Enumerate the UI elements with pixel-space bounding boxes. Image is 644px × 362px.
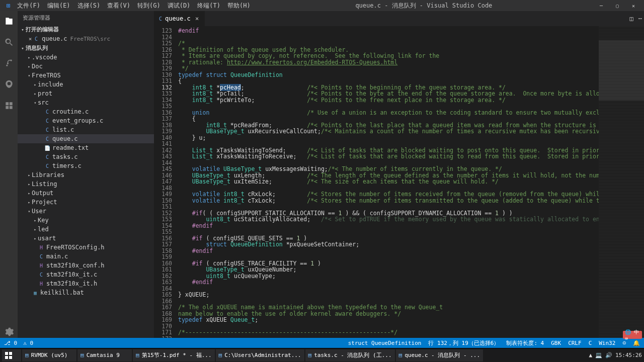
taskbar-item[interactable]: ▤Camtasia 9 <box>77 349 132 361</box>
status-cursor[interactable]: 行 132，列 19（已选择6） <box>428 339 499 347</box>
folder-item[interactable]: ▸Project <box>18 198 154 207</box>
folder-item[interactable]: ▸usart <box>18 234 154 243</box>
explorer-icon[interactable] <box>3 15 15 27</box>
menu-item[interactable]: 转到(G) <box>134 2 164 9</box>
line-numbers-gutter: 1231241251261271281291301311321331341351… <box>154 26 178 338</box>
file-item[interactable]: HFreeRTOSConfig.h <box>18 243 154 252</box>
activity-bar <box>0 11 18 338</box>
split-editor-icon[interactable]: ◫ <box>630 15 633 22</box>
file-icon: C <box>38 272 45 278</box>
code-editor[interactable]: #endif/* * Definition of the queue used … <box>178 26 599 338</box>
menu-item[interactable]: 选择(S) <box>74 2 104 9</box>
settings-gear-icon[interactable] <box>3 326 15 338</box>
file-icon: H <box>38 263 45 268</box>
more-actions-icon[interactable]: ⋯ <box>638 15 642 22</box>
status-bar: ⎇ 0 ⚠ 0 struct QueueDefinition 行 132，列 1… <box>0 338 644 348</box>
file-icon: C <box>38 254 45 259</box>
app-icon[interactable]: ⊞ <box>3 2 14 9</box>
file-icon: C <box>44 154 51 160</box>
taskbar-item[interactable]: ▤queue.c - 消息队列 - ... <box>396 349 484 361</box>
file-item[interactable]: Clist.c <box>18 125 154 134</box>
open-editor-item[interactable]: × C queue.c FreeTROS\src <box>18 34 154 43</box>
file-icon: C <box>44 136 51 142</box>
folder-item[interactable]: ▾src <box>18 98 154 107</box>
tab-queue-c[interactable]: C queue.c × <box>154 11 205 26</box>
close-button[interactable]: ✕ <box>626 1 641 10</box>
folder-item[interactable]: ▸include <box>18 80 154 89</box>
system-tray[interactable]: ▲💻🔊 15:45:26 <box>589 352 642 358</box>
status-tabsize[interactable]: 制表符长度: 4 <box>506 339 544 347</box>
file-item[interactable]: Cstm32f10x_it.c <box>18 270 154 279</box>
extensions-icon[interactable] <box>3 100 15 112</box>
status-host[interactable]: Win32 <box>599 340 615 346</box>
minimize-button[interactable]: ─ <box>594 1 609 10</box>
file-item[interactable]: Cmain.c <box>18 252 154 261</box>
menu-item[interactable]: 编辑(E) <box>44 2 74 9</box>
folder-item[interactable]: ▸Output <box>18 189 154 198</box>
file-item[interactable]: Cevent_groups.c <box>18 116 154 125</box>
taskbar-item[interactable]: ▤RVMDK (uv5) <box>22 349 76 361</box>
file-item[interactable]: Hstm32f10x_it.h <box>18 279 154 288</box>
open-editors-header[interactable]: ▾ 打开的编辑器 <box>18 25 154 34</box>
windows-taskbar: ▤RVMDK (uv5)▤Camtasia 9▤第15节-1.pdf * - 福… <box>0 348 644 362</box>
file-item[interactable]: Ctasks.c <box>18 152 154 161</box>
file-item[interactable]: Ccroutine.c <box>18 107 154 116</box>
folder-item[interactable]: ▾User <box>18 207 154 216</box>
title-bar: ⊞ 文件(F)编辑(E)选择(S)查看(V)转到(G)调试(D)终端(T)帮助(… <box>0 0 644 11</box>
file-icon: H <box>38 281 45 287</box>
taskbar-item[interactable]: ▤第15节-1.pdf * - 福... <box>133 349 215 361</box>
editor-area: C queue.c × ◫ ⋯ 123124125126127128129130… <box>154 11 644 338</box>
taskbar-clock: 15:45:26 <box>615 352 642 358</box>
file-icon: C <box>44 118 51 124</box>
taskbar-item[interactable]: ▤tasks.c - 消息队列 (工... <box>305 349 395 361</box>
status-encoding[interactable]: GBK <box>551 340 561 346</box>
status-eol[interactable]: CRLF <box>568 340 582 346</box>
file-icon: 📄 <box>44 145 51 151</box>
folder-item[interactable]: ▸Doc <box>18 62 154 71</box>
file-icon: ▦ <box>32 290 39 296</box>
explorer-title: 资源管理器 <box>18 11 154 25</box>
file-item[interactable]: Ctimers.c <box>18 161 154 170</box>
taskbar-item[interactable]: ▤C:\Users\Administrat... <box>216 349 304 361</box>
status-errors[interactable]: ⎇ 0 <box>4 340 17 346</box>
explorer-panel: 资源管理器 ▾ 打开的编辑器 × C queue.c FreeTROS\src … <box>18 11 154 338</box>
start-button[interactable] <box>2 349 21 361</box>
workspace-root-header[interactable]: ▾ 消息队列 <box>18 43 154 53</box>
folder-item[interactable]: ▾FreeTROS <box>18 71 154 80</box>
menu-item[interactable]: 终端(T) <box>194 2 224 9</box>
close-icon[interactable]: × <box>194 15 201 22</box>
file-item[interactable]: 📄readme.txt <box>18 143 154 152</box>
folder-item[interactable]: ▸prot <box>18 89 154 98</box>
folder-item[interactable]: ▸Key <box>18 216 154 225</box>
window-title: queue.c - 消息队列 - Visual Studio Code <box>254 2 594 10</box>
close-icon[interactable]: × <box>27 36 34 42</box>
folder-item[interactable]: ▸Libraries <box>18 170 154 179</box>
editor-tabs: C queue.c × ◫ ⋯ <box>154 11 644 26</box>
debug-icon[interactable] <box>3 78 15 90</box>
file-item[interactable]: ▦keilkill.bat <box>18 288 154 297</box>
file-icon: C <box>159 16 162 22</box>
file-icon: C <box>44 127 51 133</box>
ime-indicator[interactable]: 🌐 中 ⌨ <box>623 331 642 339</box>
file-icon: C <box>44 109 51 115</box>
source-control-icon[interactable] <box>3 57 15 69</box>
file-item[interactable]: Cqueue.c <box>18 134 154 143</box>
menu-item[interactable]: 文件(F) <box>14 2 44 9</box>
menu-item[interactable]: 帮助(H) <box>224 2 254 9</box>
status-language[interactable]: C <box>589 340 592 346</box>
folder-item[interactable]: ▸Listing <box>18 179 154 189</box>
folder-item[interactable]: ▸.vscode <box>18 53 154 62</box>
menu-item[interactable]: 查看(V) <box>104 2 134 9</box>
menu-item[interactable]: 调试(D) <box>164 2 194 9</box>
search-icon[interactable] <box>3 36 15 48</box>
file-icon: C <box>44 163 51 169</box>
status-context: struct QueueDefinition <box>348 340 422 346</box>
file-icon: H <box>38 245 45 250</box>
minimap[interactable] <box>599 26 644 338</box>
file-item[interactable]: Hstm32f10x_conf.h <box>18 261 154 270</box>
maximize-button[interactable]: ▢ <box>610 1 625 10</box>
file-icon: C <box>35 36 42 42</box>
status-warnings[interactable]: ⚠ 0 <box>23 340 33 346</box>
folder-item[interactable]: ▸led <box>18 225 154 234</box>
